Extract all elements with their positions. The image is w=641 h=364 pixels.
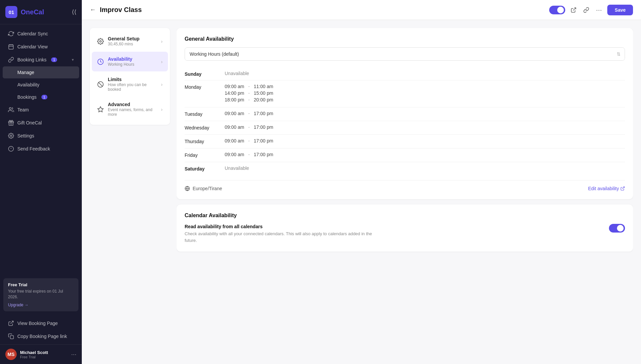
availability-subtitle: Working Hours	[108, 62, 157, 67]
page-title: Improv Class	[100, 6, 545, 14]
unavailable-label: Unavailable	[225, 165, 625, 171]
copy-icon	[8, 333, 14, 339]
time-start: 09:00 am	[225, 138, 244, 143]
back-button[interactable]: ←	[90, 6, 96, 13]
svg-line-11	[11, 321, 13, 324]
time-separator: -	[248, 138, 250, 143]
general-setup-icon	[97, 38, 104, 45]
unavailable-label: Unavailable	[225, 71, 625, 76]
times-cell: 09:00 am-17:00 pm	[225, 138, 625, 145]
schedule-row: SundayUnavailable	[185, 67, 625, 80]
day-cell: Friday	[185, 152, 225, 158]
availability-select[interactable]: Working Hours (default)Custom Hours	[185, 48, 625, 60]
time-separator: -	[248, 90, 250, 96]
menu-item-limits[interactable]: Limits How often you can be booked ›	[92, 72, 168, 96]
time-start: 09:00 am	[225, 152, 244, 157]
times-cell: 09:00 am-17:00 pm	[225, 124, 625, 131]
limits-title: Limits	[108, 77, 157, 82]
day-cell: Monday	[185, 84, 225, 90]
time-range: 09:00 am-11:00 am	[225, 84, 625, 89]
read-all-calendars-toggle[interactable]	[609, 224, 625, 233]
schedule-table: SundayUnavailableMonday09:00 am-11:00 am…	[185, 67, 625, 175]
svg-line-21	[622, 187, 624, 189]
sync-icon	[8, 31, 14, 37]
svg-point-4	[9, 107, 11, 109]
read-availability-desc: Check availability with all your connect…	[185, 231, 385, 244]
schedule-row: Friday09:00 am-17:00 pm	[185, 148, 625, 162]
sidebar-item-settings[interactable]: Settings	[3, 129, 79, 142]
advanced-title: Advanced	[108, 102, 157, 107]
more-options-icon[interactable]: ⋯	[595, 5, 603, 15]
sidebar-item-view-booking-page[interactable]: View Booking Page	[3, 317, 79, 330]
time-range: 09:00 am-17:00 pm	[225, 138, 625, 143]
copy-link-icon[interactable]	[582, 6, 591, 14]
schedule-row: Wednesday09:00 am-17:00 pm	[185, 121, 625, 135]
advanced-subtitle: Event names, forms, and more	[108, 107, 157, 117]
svg-line-13	[573, 8, 576, 10]
sidebar-item-manage[interactable]: Manage	[3, 66, 79, 78]
times-cell: Unavailable	[225, 165, 625, 171]
event-enabled-toggle[interactable]	[549, 6, 565, 14]
time-end: 20:00 pm	[254, 97, 273, 102]
sidebar-item-bookings[interactable]: Bookings 1	[3, 91, 79, 103]
sidebar-item-availability[interactable]: Availability	[3, 79, 79, 91]
time-end: 17:00 pm	[254, 152, 273, 157]
sidebar-item-booking-links[interactable]: Booking Links 1 ▾	[3, 53, 79, 66]
advanced-icon	[97, 106, 104, 113]
time-separator: -	[248, 97, 250, 102]
sidebar-item-calendar-sync[interactable]: Calendar Sync	[3, 27, 79, 40]
sidebar-item-copy-booking-link[interactable]: Copy Booking Page link	[3, 330, 79, 343]
main-content: ← Improv Class ⋯ Save General Setup 30,4…	[82, 0, 641, 364]
calendar-icon	[8, 44, 14, 50]
sidebar-item-gift-onecal[interactable]: Gift OneCal	[3, 116, 79, 129]
free-trial-title: Free Trial	[8, 282, 74, 287]
timezone-label: Europe/Tirane	[193, 186, 222, 191]
upgrade-link[interactable]: Upgrade →	[8, 303, 74, 307]
menu-item-advanced[interactable]: Advanced Event names, forms, and more ›	[92, 97, 168, 121]
sidebar-item-send-feedback[interactable]: Send Feedback	[3, 142, 79, 155]
time-end: 17:00 pm	[254, 111, 273, 116]
sidebar-user: MS Michael Scott Free Trial ⋯	[0, 344, 82, 364]
menu-item-general-setup[interactable]: General Setup 30,45,60 mins ›	[92, 31, 168, 51]
times-cell: 09:00 am-11:00 am14:00 pm-15:00 pm18:00 …	[225, 84, 625, 104]
menu-item-availability[interactable]: Availability Working Hours ›	[92, 52, 168, 71]
user-avatar: MS	[5, 349, 17, 360]
general-availability-card: General Availability Working Hours (defa…	[177, 28, 633, 199]
day-cell: Tuesday	[185, 111, 225, 117]
svg-line-17	[98, 82, 102, 86]
edit-availability-button[interactable]: Edit availability	[588, 186, 625, 191]
sidebar-item-calendar-view[interactable]: Calendar View	[3, 40, 79, 53]
time-separator: -	[248, 84, 250, 89]
team-icon	[8, 107, 14, 113]
save-button[interactable]: Save	[607, 5, 633, 15]
schedule-row: Tuesday09:00 am-17:00 pm	[185, 107, 625, 121]
booking-links-badge: 1	[51, 57, 57, 62]
times-cell: Unavailable	[225, 71, 625, 76]
sidebar-collapse-button[interactable]: ⟨⟨	[72, 8, 76, 16]
general-setup-subtitle: 30,45,60 mins	[108, 42, 157, 46]
time-end: 17:00 pm	[254, 138, 273, 143]
sidebar-item-team[interactable]: Team	[3, 103, 79, 116]
content-area: General Setup 30,45,60 mins › Availabili…	[82, 20, 641, 364]
time-start: 09:00 am	[225, 124, 244, 130]
general-availability-title: General Availability	[185, 36, 625, 42]
day-cell: Saturday	[185, 165, 225, 171]
booking-links-chevron: ▾	[72, 57, 74, 62]
calendar-availability-title: Calendar Availability	[185, 213, 625, 219]
general-setup-arrow: ›	[161, 39, 163, 44]
time-range: 18:00 pm-20:00 pm	[225, 97, 625, 102]
advanced-arrow: ›	[161, 107, 163, 112]
logo-text: OneCal	[21, 8, 44, 16]
time-separator: -	[248, 152, 250, 157]
calendar-availability-row: Read availability from all calendars Che…	[185, 224, 625, 244]
user-more-button[interactable]: ⋯	[71, 351, 76, 358]
svg-rect-0	[9, 45, 13, 49]
time-start: 09:00 am	[225, 111, 244, 116]
limits-subtitle: How often you can be booked	[108, 82, 157, 92]
schedule-row: SaturdayUnavailable	[185, 162, 625, 175]
svg-rect-12	[10, 336, 14, 339]
availability-select-wrapper: Working Hours (default)Custom Hours ⇅	[185, 47, 625, 61]
feedback-icon	[8, 146, 14, 152]
open-external-icon[interactable]	[569, 6, 578, 14]
user-plan: Free Trial	[20, 355, 48, 359]
